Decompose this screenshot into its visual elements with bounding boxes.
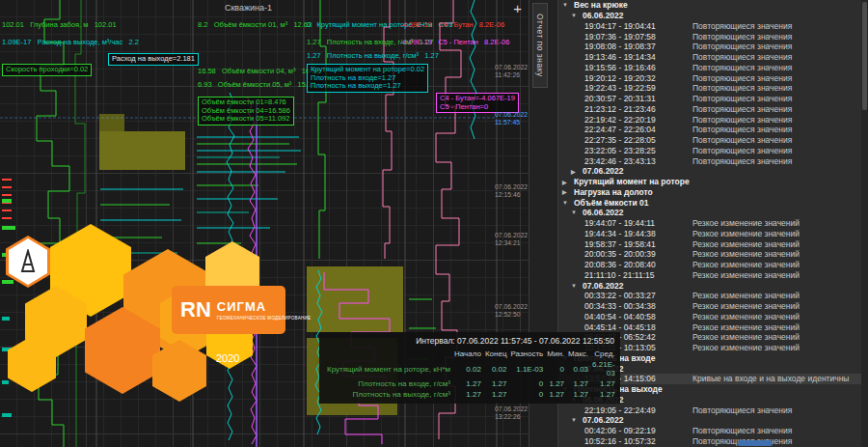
event-row[interactable]: 04:45:14 - 04:45:18Резкое изменение знач…	[558, 321, 868, 332]
event-time-range: 10:52:16 - 10:57:32	[584, 436, 692, 446]
tree-section[interactable]: ▼Объём ёмкости 01	[558, 197, 868, 208]
event-description: Повторяющиеся значения	[692, 52, 792, 62]
tree-date-group[interactable]: ▼06.06.2022	[558, 208, 868, 218]
event-description: Резкое изменение значений	[692, 218, 800, 228]
chart-readout-label: 102.01 Глубина забоя, м 102.01	[2, 21, 117, 30]
event-time-range: 20:00:35 - 20:00:39	[584, 249, 692, 259]
event-row[interactable]: 19:07:36 - 19:07:58Повторяющиеся значени…	[558, 31, 868, 42]
tree-node-label: 06.06.2022	[583, 11, 624, 20]
zoom-add-button[interactable]: +	[510, 1, 525, 15]
event-row[interactable]: 04:40:54 - 04:40:58Резкое изменение знач…	[558, 312, 868, 322]
event-row[interactable]: 22:19:42 - 22:20:19Повторяющиеся значени…	[558, 114, 868, 125]
event-row[interactable]: 22:27:35 - 22:28:05Повторяющиеся значени…	[558, 135, 868, 146]
chart-readout-label: -4.09E-19 C4 - Бутан 8.2E-06	[400, 21, 504, 30]
event-time-range: 22:27:35 - 22:28:05	[584, 135, 692, 145]
chevron-right-icon[interactable]: ▶	[562, 188, 571, 195]
tooltip-value: 1.27	[566, 389, 590, 400]
event-description: Повторяющиеся значения	[692, 73, 792, 83]
chevron-right-icon[interactable]: ▶	[571, 168, 580, 175]
event-description: Резкое изменение значений	[692, 270, 800, 280]
event-row[interactable]: 19:08:08 - 19:08:37Повторяющиеся значени…	[558, 42, 868, 52]
chevron-down-icon[interactable]: ▼	[571, 13, 580, 18]
event-description: Повторяющиеся значения	[692, 83, 792, 93]
event-row[interactable]: 19:13:46 - 19:14:34Повторяющиеся значени…	[558, 52, 868, 63]
report-tab[interactable]: Отчет по знаку	[532, 3, 548, 88]
event-row[interactable]: 00:42:06 - 09:22:19Повторяющиеся значени…	[558, 426, 868, 436]
tree-date-group[interactable]: ▼07.06.2022	[558, 280, 868, 291]
event-row[interactable]: 00:34:33 - 00:34:38Резкое изменение знач…	[558, 301, 868, 312]
tooltip-value: 1.27	[483, 378, 509, 389]
event-description: Резкое изменение значений	[692, 229, 800, 238]
event-time-range: 19:44:34 - 19:44:38	[584, 229, 692, 238]
tree-node-label: 07.06.2022	[583, 166, 624, 176]
tooltip-column-header: Мин.	[545, 349, 566, 359]
chart-readout-label: 1.09E-17 Расход на выходе, м³/час 2.2	[2, 39, 139, 47]
event-row[interactable]: 19:20:12 - 19:20:32Повторяющиеся значени…	[558, 72, 868, 83]
event-description: Резкое изменение значений	[692, 312, 800, 321]
event-row[interactable]: 20:08:36 - 20:08:40Резкое изменение знач…	[558, 260, 868, 270]
event-row[interactable]: 22:19:05 - 22:24:49Повторяющиеся значени…	[558, 405, 868, 415]
interval-stats-table: НачалоКонецРазностьМин.Макс.Сред. Крутящ…	[325, 349, 617, 400]
event-row[interactable]: 20:00:35 - 20:00:39Резкое изменение знач…	[558, 249, 868, 260]
tree-node-label: 07.06.2022	[583, 415, 624, 425]
tree-section[interactable]: ▶Крутящий момент на роторе	[558, 177, 868, 187]
event-time-range: 22:19:05 - 22:24:49	[584, 405, 692, 415]
time-axis-label: 07.06.202212:52:50	[495, 303, 529, 319]
chevron-right-icon[interactable]: ▶	[562, 179, 571, 185]
event-row[interactable]: 21:23:12 - 21:23:46Повторяющиеся значени…	[558, 104, 868, 115]
event-time-range: 19:20:12 - 19:20:32	[584, 73, 692, 83]
tooltip-series-name: Крутящий момент на роторе, кН*м	[325, 359, 452, 378]
chart-readout-label: 1.27 Плотность на выходе, г/см³ 1.27	[307, 52, 439, 61]
tooltip-value: 1.27	[545, 389, 566, 400]
tooltip-column-header: Разность	[508, 349, 545, 359]
event-row[interactable]: 23:42:46 - 23:43:13Повторяющиеся значени…	[558, 155, 868, 166]
event-description: Резкое изменение значений	[692, 260, 800, 269]
chevron-down-icon[interactable]: ▼	[562, 200, 571, 206]
event-time-range: 22:24:47 - 22:26:04	[584, 125, 692, 134]
event-row[interactable]: 19:44:34 - 19:44:38Резкое изменение знач…	[558, 229, 868, 239]
event-row[interactable]: 19:22:43 - 19:22:59Повторяющиеся значени…	[558, 83, 868, 94]
horizontal-scrollbar-thumb[interactable]	[738, 440, 773, 446]
chevron-down-icon[interactable]: ▼	[571, 283, 580, 289]
event-row[interactable]: 20:30:57 - 20:31:31Повторяющиеся значени…	[558, 94, 868, 104]
tree-date-group[interactable]: ▼06.06.2022	[558, 11, 868, 21]
event-description: Повторяющиеся значения	[692, 21, 792, 31]
tooltip-value: 1.1E-03	[508, 359, 545, 378]
tree-date-group[interactable]: ▼07.06.2022	[558, 415, 868, 426]
event-row[interactable]: 21:11:10 - 21:11:15Резкое изменение знач…	[558, 270, 868, 281]
event-time-range: 19:08:08 - 19:08:37	[584, 42, 692, 51]
tooltip-series-name: Плотность на выходе, г/см³	[325, 389, 452, 400]
event-row[interactable]: 10:52:16 - 10:57:32Повторяющиеся значени…	[558, 436, 868, 447]
chevron-down-icon[interactable]: ▼	[571, 210, 580, 215]
vertical-scrollbar[interactable]	[861, 0, 868, 447]
event-description: Повторяющиеся значения	[692, 426, 792, 435]
event-description: Повторяющиеся значения	[692, 94, 792, 103]
event-time-range: 00:34:33 - 00:34:38	[584, 301, 692, 311]
report-tab-label: Отчет по знаку	[535, 14, 545, 77]
event-row[interactable]: 19:44:07 - 19:44:11Резкое изменение знач…	[558, 218, 868, 229]
chevron-down-icon[interactable]: ▼	[562, 2, 571, 8]
tooltip-value: 1.27	[452, 389, 483, 400]
event-description: Повторяющиеся значения	[692, 115, 792, 125]
chart-readout-label: Расход на выходе=2.181	[108, 53, 199, 66]
scrollbar-thumb[interactable]	[862, 2, 867, 110]
interval-title: Интервал: 07.06.2022 11:57:45 - 07.06.20…	[325, 336, 614, 346]
event-row[interactable]: 19:04:17 - 19:04:41Повторяющиеся значени…	[558, 21, 868, 32]
event-time-range: 19:22:43 - 19:22:59	[584, 83, 692, 93]
tree-section[interactable]: ▶Нагрузка на долото	[558, 187, 868, 198]
tooltip-row: Плотность на выходе, г/см³1.271.2701.271…	[325, 389, 617, 400]
tooltip-column-header: Макс.	[566, 349, 590, 359]
chart-readout-label: Объём ёмкости 01=8.476Объём ёмкости 04=1…	[198, 97, 294, 126]
event-row[interactable]: 22:24:47 - 22:26:04Повторяющиеся значени…	[558, 125, 868, 135]
chart-readout-label: Крутящий момент на роторе=0.02Плотность …	[307, 64, 428, 93]
event-row[interactable]: 00:33:22 - 00:33:27Резкое изменение знач…	[558, 291, 868, 301]
event-row[interactable]: 23:22:05 - 23:28:25Повторяющиеся значени…	[558, 146, 868, 156]
chevron-down-icon[interactable]: ▼	[571, 417, 580, 423]
tree-date-group[interactable]: ▶07.06.2022	[558, 166, 868, 177]
event-description: Резкое изменение значений	[692, 301, 800, 311]
event-description: Повторяющиеся значения	[692, 63, 792, 72]
tree-section[interactable]: ▼Вес на крюке	[558, 0, 868, 11]
event-row[interactable]: 19:58:37 - 19:58:41Резкое изменение знач…	[558, 238, 868, 249]
well-title: Скважина-1	[0, 3, 497, 13]
event-row[interactable]: 19:15:56 - 19:16:46Повторяющиеся значени…	[558, 63, 868, 73]
